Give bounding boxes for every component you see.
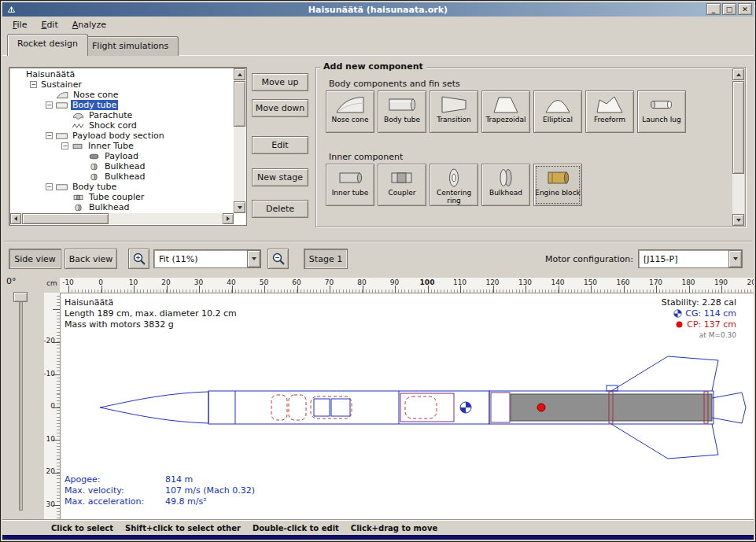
delete-button[interactable]: Delete — [252, 200, 308, 218]
coupler-icon — [386, 167, 418, 189]
add-centering-ring-button[interactable]: Centering ring — [430, 164, 478, 206]
tab-flight-simulations[interactable]: Flight simulations — [82, 36, 179, 56]
inner-tube-icon — [334, 167, 366, 189]
rocket-canvas[interactable]: Haisunäätä Length 189 cm, max. diameter … — [60, 293, 754, 520]
tab-rocket-design[interactable]: Rocket design — [7, 34, 88, 56]
tree-item-sustainer[interactable]: −Sustainer — [11, 79, 233, 90]
tree-item-label: Payload body section — [71, 131, 166, 141]
tube-coupler-shape — [491, 393, 510, 422]
status-hint-shift-click-to-select-other: Shift+click to select other — [125, 524, 241, 533]
tree-item-haisun-t[interactable]: Haisunäätä — [11, 69, 233, 79]
motor-configuration-select[interactable]: [J115-P] — [638, 249, 743, 268]
h-ruler-label: 70 — [325, 278, 334, 286]
tree-item-tube-coupler[interactable]: Tube coupler — [11, 192, 233, 202]
new-stage-button[interactable]: New stage — [252, 168, 308, 186]
add-nose-cone-button[interactable]: Nose cone — [326, 90, 374, 133]
maximize-button[interactable]: □ — [722, 3, 736, 15]
scroll-left-button[interactable] — [10, 213, 21, 224]
h-ruler-label: 120 — [485, 278, 499, 286]
group-label-inner-component: Inner component — [329, 152, 403, 162]
add-bulkhead-button[interactable]: Bulkhead — [481, 164, 530, 206]
add-engine-block-button[interactable]: Engine block — [533, 164, 582, 206]
stage-1-toggle[interactable]: Stage 1 — [304, 249, 348, 269]
h-ruler-label: 170 — [649, 278, 662, 286]
dropdown-arrow-icon[interactable] — [728, 250, 742, 267]
tree-horizontal-scrollbar[interactable] — [10, 213, 234, 224]
scrollbar-thumb[interactable] — [234, 81, 245, 127]
tree-item-bulkhead[interactable]: Bulkhead — [11, 161, 233, 171]
top-fin — [611, 356, 718, 391]
title-bar[interactable]: Haisunäätä (haisunaata.ork) _ □ ✕ — [2, 2, 754, 17]
move-up-button[interactable]: Move up — [252, 73, 308, 91]
tree-item-bulkhead[interactable]: Bulkhead — [11, 202, 233, 212]
tree-item-label: Haisunäätä — [24, 69, 76, 79]
coupler-icon — [72, 194, 85, 201]
tree-item-body-tube[interactable]: −Body tube — [11, 100, 233, 110]
tree-expander-icon[interactable]: − — [61, 142, 68, 149]
rotation-slider-track[interactable] — [19, 295, 23, 511]
add-inner-tube-button[interactable]: Inner tube — [326, 164, 374, 206]
menu-analyze[interactable]: Analyze — [65, 17, 113, 32]
add-trapezoidal-button[interactable]: Trapezoidal — [481, 90, 530, 133]
h-ruler-label: 190 — [714, 278, 728, 286]
zoom-out-button[interactable] — [267, 249, 289, 269]
scrollbar-thumb[interactable] — [732, 81, 744, 174]
payload-shape — [405, 396, 437, 418]
scroll-up-button[interactable] — [732, 68, 744, 80]
apogee-label: Apogee: — [65, 474, 165, 485]
h-ruler-label: 80 — [357, 278, 366, 286]
centering-ring-icon — [438, 167, 470, 189]
bulkhead-icon — [72, 204, 85, 212]
add-elliptical-button[interactable]: Elliptical — [533, 90, 582, 133]
back-view-button[interactable]: Back view — [65, 249, 117, 269]
component-button-label: Body tube — [384, 116, 420, 124]
scrollbar-thumb[interactable] — [22, 213, 109, 224]
stability-value: Stability: 2.28 cal — [662, 297, 736, 308]
tree-item-nose-cone[interactable]: Nose cone — [11, 90, 233, 100]
scroll-down-button[interactable] — [234, 201, 245, 213]
add-body-tube-button[interactable]: Body tube — [378, 90, 426, 133]
tree-vertical-scrollbar[interactable] — [234, 68, 245, 213]
tree-expander-icon[interactable]: − — [46, 101, 53, 109]
scroll-down-button[interactable] — [732, 214, 744, 226]
tree-item-body-tube[interactable]: −Body tube — [11, 182, 233, 192]
rotation-slider-handle[interactable] — [13, 292, 28, 302]
mach-condition: at M=0.30 — [699, 331, 736, 339]
tree-expander-icon[interactable]: − — [46, 132, 53, 139]
zoom-in-button[interactable] — [128, 249, 149, 269]
tree-expander-icon[interactable]: − — [46, 183, 53, 190]
edit-button[interactable]: Edit — [252, 136, 308, 154]
h-ruler-label: 60 — [292, 278, 301, 286]
tree-item-label: Bulkhead — [103, 161, 146, 171]
h-ruler-label: 30 — [194, 278, 203, 286]
menu-edit[interactable]: Edit — [34, 17, 65, 32]
tree-item-bulkhead[interactable]: Bulkhead — [11, 171, 233, 182]
scroll-up-button[interactable] — [234, 68, 245, 80]
add-freeform-button[interactable]: Freeform — [585, 90, 634, 133]
menu-file[interactable]: File — [6, 17, 34, 32]
panel-vertical-scrollbar[interactable] — [732, 68, 744, 226]
tree-item-shock-cord[interactable]: Shock cord — [11, 120, 233, 131]
nose-cone-icon — [334, 94, 366, 116]
scroll-right-button[interactable] — [223, 213, 234, 224]
side-view-button[interactable]: Side view — [9, 249, 61, 269]
move-down-button[interactable]: Move down — [252, 99, 308, 117]
zoom-level-select[interactable]: Fit (11%) — [153, 249, 261, 268]
trapezoidal-icon — [490, 94, 522, 116]
tree-expander-icon[interactable]: − — [30, 81, 37, 88]
minimize-button[interactable]: _ — [706, 3, 721, 15]
dropdown-arrow-icon[interactable] — [247, 250, 260, 267]
tree-item-payload-body-section[interactable]: −Payload body section — [11, 131, 233, 141]
close-button[interactable]: ✕ — [738, 3, 752, 15]
tree-item-parachute[interactable]: Parachute — [11, 110, 233, 120]
add-transition-button[interactable]: Transition — [430, 90, 478, 133]
add-launch-lug-button[interactable]: Launch lug — [637, 90, 686, 133]
add-coupler-button[interactable]: Coupler — [378, 164, 426, 206]
flight-stats: Apogee:814 m Max. velocity:107 m/s (Mach… — [65, 474, 255, 507]
parachute-shape — [271, 395, 287, 420]
tree-item-inner-tube[interactable]: −Inner Tube — [11, 141, 233, 151]
h-ruler-label: 110 — [453, 278, 467, 286]
v-ruler-label: 0 — [50, 402, 55, 410]
body-tube-icon — [55, 132, 68, 140]
tree-item-payload[interactable]: Payload — [11, 151, 233, 161]
